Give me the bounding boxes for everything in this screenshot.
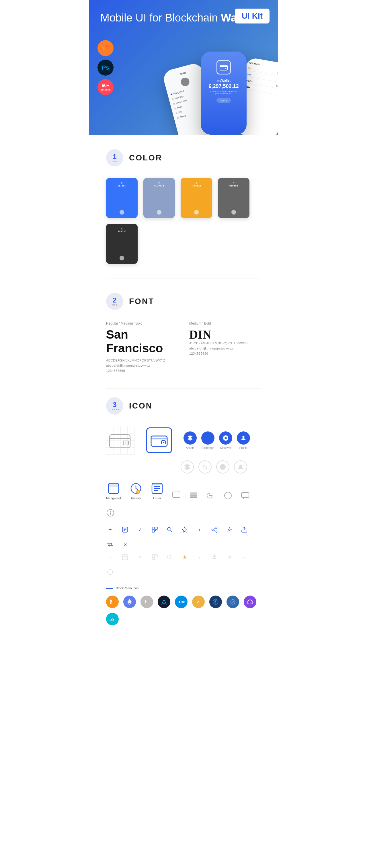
color-card-orange: #F5A623: [181, 178, 212, 218]
search-icon-ghost: [166, 553, 174, 561]
profile-icon-item: Profile: [237, 431, 250, 450]
upload-icon: [240, 526, 248, 534]
svg-text:DASH: DASH: [179, 600, 185, 604]
svg-point-47: [167, 527, 171, 531]
color-card-gray: #666666: [218, 178, 250, 218]
svg-point-52: [216, 531, 217, 532]
color-number-circle: 1 ONE: [106, 149, 123, 166]
svg-point-15: [222, 466, 224, 468]
wings-logo: [158, 595, 170, 608]
back-icon: ‹: [196, 526, 204, 534]
order-icon-item: Order: [151, 482, 163, 500]
svg-text:Z: Z: [197, 600, 199, 604]
svg-marker-73: [162, 599, 166, 604]
fonts-grid: Regular ' Medium ' Bold San Francisco AB…: [106, 321, 261, 374]
font2-upper: ABCDEFGHIJKLMNOPQRSTUVWXYZ: [189, 341, 261, 345]
svg-rect-63: [152, 557, 154, 560]
font-section: 2 TWO FONT Regular ' Medium ' Bold San F…: [89, 278, 278, 389]
svg-point-67: [110, 571, 110, 571]
zec-logo: Z: [192, 595, 205, 608]
net-logo: [209, 595, 222, 608]
svg-point-7: [125, 442, 126, 443]
font1-style: Regular ' Medium ' Bold: [106, 321, 178, 326]
wallet-outline-icon: [109, 432, 132, 449]
font2: Medium ' Bold DIN ABCDEFGHIJKLMNOPQRSTUV…: [189, 321, 261, 374]
font2-style: Medium ' Bold: [189, 321, 261, 326]
phone-mockups: Profile Mangment Message Real Cards Nigh…: [169, 52, 278, 135]
svg-line-48: [171, 531, 172, 532]
bottom-nav-icons: Mangment History Order: [106, 482, 261, 517]
message-icon: [241, 491, 250, 500]
profile-icon-ghost: [234, 460, 247, 473]
svg-point-55: [228, 529, 230, 531]
check-icon: ✓: [136, 526, 144, 534]
svg-point-79: [215, 601, 216, 602]
color-section: 1 ONE COLOR #3574FA #8DA0C8 #F5A623 #666…: [89, 135, 278, 278]
svg-rect-42: [155, 527, 158, 529]
discover-icon-ghost: [216, 460, 229, 473]
icon-section: 3 THREE ICON: [89, 389, 278, 651]
wallet-icon-display: Assets Exchange Discover Profile: [106, 426, 261, 455]
color-section-header: 1 ONE COLOR: [106, 149, 261, 166]
star-icon-ghost: ★: [181, 553, 189, 561]
svg-rect-41: [152, 527, 154, 529]
svg-marker-81: [248, 599, 252, 604]
svg-text:Ł: Ł: [145, 599, 148, 604]
assets-icon-filled: [184, 431, 197, 444]
management-icon-item: Mangment: [106, 482, 121, 500]
history-icon: [130, 482, 142, 495]
hero-badges: Ps 60+Screens: [97, 40, 114, 95]
order-label: Order: [153, 496, 161, 500]
x-icon-ghost: ✕: [225, 553, 233, 561]
colors-grid: #3574FA #8DA0C8 #F5A623 #666666 #303030: [106, 178, 261, 264]
blockchain-line: [106, 588, 113, 589]
wallet-icon-filled-box: [146, 427, 172, 453]
info-icon: [106, 508, 115, 517]
svg-marker-70: [127, 599, 132, 603]
tool-icons-row1: + ✓ ‹ ✕: [106, 526, 261, 549]
list-icon: [121, 526, 129, 534]
svg-rect-30: [190, 494, 197, 496]
sky-logo: [106, 613, 119, 625]
svg-line-65: [171, 558, 172, 560]
info-icon-ghost: [106, 568, 114, 576]
svg-rect-18: [108, 483, 119, 487]
svg-rect-46: [155, 532, 156, 532]
share-icon: [210, 526, 219, 534]
close-icon: ✕: [121, 540, 129, 549]
star-icon: [181, 526, 189, 534]
phone-center: myWallet 6,297,502.12 Character may be m…: [201, 52, 247, 135]
icon-title: ICON: [129, 401, 152, 410]
assets-icon-ghost: [181, 460, 194, 473]
ui-kit-badge: UI Kit: [235, 9, 270, 24]
moon-icon: [206, 491, 215, 500]
font1: Regular ' Medium ' Bold San Francisco AB…: [106, 321, 178, 374]
wallet-filled-icon: [150, 434, 168, 447]
pol-logo: [244, 595, 256, 608]
arrow-icon-ghost: →: [240, 553, 248, 561]
svg-point-10: [163, 442, 164, 443]
icon-number-circle: 3 THREE: [106, 397, 123, 414]
svg-rect-31: [190, 492, 197, 494]
svg-rect-62: [155, 555, 158, 557]
svg-rect-56: [242, 530, 247, 532]
discover-label: Discover: [220, 446, 231, 450]
history-label: History: [131, 496, 141, 500]
btc-logo: ₿: [106, 595, 119, 608]
plus-icon-ghost: +: [106, 553, 114, 561]
order-icon: [151, 482, 163, 495]
svg-text:₿: ₿: [110, 599, 112, 604]
font1-name: San Francisco: [106, 328, 178, 355]
assets-label: Assets: [186, 446, 194, 450]
svg-rect-29: [190, 496, 197, 498]
nav-icons-ghost: [181, 460, 261, 473]
exchange-icon-ghost: [198, 460, 211, 473]
list-icon-ghost: [121, 553, 129, 561]
svg-marker-80: [231, 599, 235, 604]
share-icon-ghost: [210, 553, 219, 561]
management-icon: [107, 482, 120, 495]
svg-rect-33: [242, 492, 249, 498]
ltc-logo: Ł: [140, 595, 153, 608]
wallet-icon-outline-box: [106, 426, 135, 455]
chat-icon: [172, 491, 181, 500]
